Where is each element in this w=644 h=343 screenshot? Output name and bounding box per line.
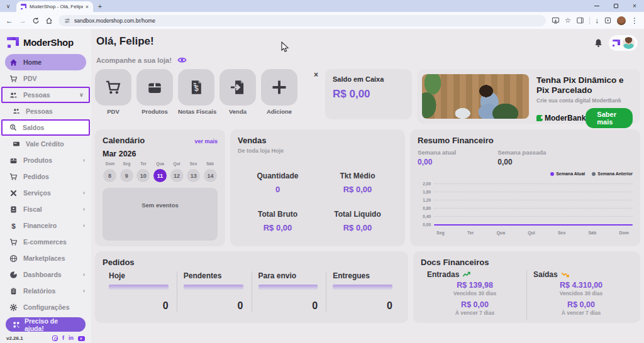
- weekday-label: Sáb: [203, 161, 217, 166]
- gear-icon: [9, 303, 18, 312]
- vendas-metric: Total Bruto R$ 0,00: [238, 210, 318, 232]
- toolbar-divider: [589, 17, 590, 24]
- calendar-day[interactable]: 10: [136, 169, 150, 182]
- sidebar-item-produtos[interactable]: Produtos ›: [0, 152, 91, 168]
- user-menu[interactable]: [609, 35, 638, 51]
- browser-tab[interactable]: ModerShop - Olá, Felipe! ×: [16, 1, 93, 12]
- quick-action-adicione[interactable]: Adicione: [261, 69, 297, 115]
- chevron-right-icon: ›: [83, 222, 85, 229]
- chevron-right-icon: ›: [83, 190, 85, 196]
- browser-home-button[interactable]: [45, 17, 53, 24]
- sidebar-item-configuracoes[interactable]: Configurações: [0, 299, 91, 315]
- modershop-logo-text: ModerShop: [23, 37, 74, 48]
- search-dollar-icon: [9, 124, 17, 131]
- quick-action-notas-fiscais[interactable]: Notas Fiscais: [178, 69, 214, 115]
- calendar-day[interactable]: 12: [170, 169, 184, 182]
- qr-help-icon: [13, 321, 20, 329]
- maximize-icon: [614, 4, 618, 8]
- people-icon: [9, 91, 18, 99]
- calendar-day[interactable]: 13: [187, 169, 200, 182]
- sidebar-item-financeiro[interactable]: Financeiro ›: [0, 217, 91, 234]
- browser-menu-icon[interactable]: ⋮: [631, 16, 638, 25]
- sidebar-item-relatorios[interactable]: Relatórios ›: [0, 283, 91, 299]
- eye-icon[interactable]: [177, 55, 187, 65]
- sidebar-item-saldos[interactable]: Saldos: [1, 119, 90, 136]
- window-close-button[interactable]: ×: [625, 0, 644, 12]
- calendar-day[interactable]: 9: [120, 169, 133, 182]
- moderbank-icon: [536, 115, 543, 121]
- cart-icon: [9, 75, 18, 83]
- calendar-day[interactable]: 8: [103, 169, 116, 182]
- minimize-icon: [594, 6, 599, 6]
- browser-profile-avatar[interactable]: [617, 16, 626, 25]
- browser-toolbar: ← → sandbox.modershop.com.br/home ☆ ↓ ⋮: [0, 12, 644, 29]
- cart-icon: [9, 173, 18, 181]
- chevron-right-icon: ›: [83, 271, 85, 278]
- facebook-icon[interactable]: f: [62, 335, 64, 341]
- globe-icon: [9, 254, 18, 263]
- banner-subtitle: Crie sua conta digital ModerBank: [536, 97, 633, 104]
- semana-atual-stat: Semana atual 0,00: [418, 149, 456, 166]
- vendas-metric: Quantidade 0: [238, 172, 318, 194]
- window-maximize-button[interactable]: [606, 0, 625, 12]
- downloads-icon[interactable]: ↓: [595, 16, 599, 25]
- page-subtitle: Acompanhe a sua loja!: [96, 57, 172, 64]
- sidebar-item-vale-credito[interactable]: Vale Crédito: [0, 136, 91, 152]
- tab-title: ModerShop - Olá, Felipe!: [30, 4, 83, 9]
- quick-action-produtos[interactable]: Produtos: [136, 69, 173, 115]
- sidebar-item-pessoas[interactable]: Pessoas: [0, 103, 91, 119]
- box-icon: [9, 156, 18, 165]
- extensions-icon[interactable]: [604, 16, 612, 24]
- site-settings-icon[interactable]: [64, 18, 70, 24]
- avatar[interactable]: [623, 37, 635, 49]
- close-quick-actions-button[interactable]: ×: [314, 70, 318, 79]
- sidebar-item-dashboards[interactable]: Dashboards ›: [0, 266, 91, 283]
- bookmark-star-icon[interactable]: ☆: [565, 16, 571, 24]
- resumo-title: Resumo Financeiro: [418, 136, 633, 145]
- calendar-card: Calendário ver mais Mar 2026 Dom Seg Ter…: [95, 129, 225, 246]
- chart-legend: Semana Atual Semana Anterior: [418, 172, 633, 176]
- sidebar-item-pessoas-group[interactable]: Pessoas ∨: [1, 87, 90, 103]
- trend-up-icon: [462, 270, 471, 279]
- trend-down-icon: [561, 270, 570, 279]
- side-panel-icon[interactable]: [576, 16, 584, 24]
- bell-icon[interactable]: [594, 38, 603, 48]
- chevron-down-icon: ∨: [79, 92, 84, 98]
- sidebar-item-ecommerces[interactable]: E-commerces: [0, 234, 91, 250]
- tab-search-button[interactable]: ∨: [0, 0, 16, 12]
- pie-chart-icon: [9, 271, 18, 279]
- browser-tab-strip: ∨ ModerShop - Olá, Felipe! × + ×: [0, 0, 644, 12]
- calendar-day[interactable]: 14: [204, 169, 217, 182]
- legend-semana-atual: Semana Atual: [550, 172, 585, 176]
- sidebar-item-fiscal[interactable]: Fiscal ›: [0, 201, 91, 217]
- saldo-em-caixa-card: Saldo em Caixa R$ 0,00: [325, 69, 412, 119]
- series-line-semana-atual: [434, 224, 633, 226]
- cart-icon: [105, 79, 121, 95]
- calendar-ver-mais-link[interactable]: ver mais: [194, 138, 218, 144]
- legend-semana-anterior: Semana Anterior: [592, 172, 633, 176]
- semana-passada-stat: Semana passada 0,00: [497, 149, 546, 166]
- moderbank-banner[interactable]: Tenha Pix Dinâmico e Pix Parcelado Crie …: [417, 69, 640, 124]
- quick-action-venda[interactable]: Venda: [219, 69, 256, 115]
- sidebar-item-pedidos[interactable]: Pedidos: [0, 168, 91, 185]
- send-to-device-icon[interactable]: [552, 16, 560, 24]
- app-logo[interactable]: ModerShop: [0, 33, 91, 54]
- forward-button[interactable]: →: [19, 16, 26, 25]
- reload-button[interactable]: [32, 17, 40, 24]
- sidebar-item-home[interactable]: Home: [5, 54, 86, 70]
- tab-close-icon[interactable]: ×: [86, 4, 89, 10]
- sidebar-item-servicos[interactable]: Serviços ›: [0, 185, 91, 201]
- calendar-day-selected[interactable]: 11: [153, 169, 167, 182]
- linkedin-icon[interactable]: in: [69, 335, 74, 341]
- saber-mais-button[interactable]: Saber mais: [586, 108, 633, 128]
- window-minimize-button[interactable]: [587, 0, 606, 12]
- help-button[interactable]: Preciso de ajuda!: [6, 317, 86, 332]
- new-tab-button[interactable]: +: [93, 0, 107, 12]
- back-button[interactable]: ←: [6, 16, 13, 25]
- sidebar-item-pdv[interactable]: PDV: [0, 70, 91, 87]
- address-bar[interactable]: sandbox.modershop.com.br/home: [58, 15, 546, 26]
- sidebar-item-marketplaces[interactable]: Marketplaces: [0, 250, 91, 266]
- instagram-icon[interactable]: [52, 335, 58, 341]
- quick-action-pdv[interactable]: PDV: [95, 69, 131, 115]
- youtube-icon[interactable]: [78, 336, 85, 341]
